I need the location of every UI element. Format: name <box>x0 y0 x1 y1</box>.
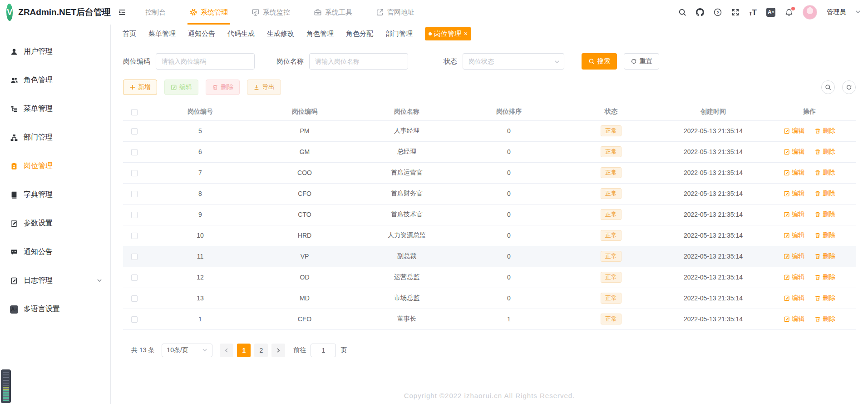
nav-item-console[interactable]: 控制台 <box>143 0 168 25</box>
sidebar-item-i18n[interactable]: Ax 多语言设置 <box>0 295 110 324</box>
row-checkbox[interactable] <box>131 295 138 302</box>
sidebar-item-users[interactable]: 用户管理 <box>0 37 110 66</box>
nav-system-tools-label: 系统工具 <box>325 8 352 17</box>
tab-post-manage[interactable]: 岗位管理 × <box>425 27 471 40</box>
nav-item-system-monitor[interactable]: 系统监控 <box>250 0 292 25</box>
row-edit-button[interactable]: 编辑 <box>784 148 804 156</box>
cell-created: 2022-05-13 21:35:14 <box>663 225 763 246</box>
row-edit-button[interactable]: 编辑 <box>784 273 804 281</box>
row-delete-button[interactable]: 删除 <box>814 190 835 198</box>
cell-post-sort: 1 <box>459 309 559 329</box>
tab-role-manage[interactable]: 角色管理 <box>306 30 334 38</box>
user-menu-chevron-icon[interactable] <box>855 8 861 16</box>
row-delete-button[interactable]: 删除 <box>814 148 835 156</box>
sidebar-item-logs[interactable]: 日志管理 <box>0 266 110 295</box>
tab-role-assign[interactable]: 角色分配 <box>346 30 373 38</box>
sidebar-item-parameters[interactable]: 参数设置 <box>0 209 110 238</box>
status-select[interactable] <box>463 53 564 70</box>
goto-page-input[interactable] <box>311 344 336 357</box>
toggle-search-button[interactable] <box>821 80 835 94</box>
status-select-input[interactable] <box>463 53 564 70</box>
row-checkbox[interactable] <box>131 274 138 281</box>
font-size-icon[interactable]: TT <box>749 9 757 16</box>
row-edit-button[interactable]: 编辑 <box>784 231 804 239</box>
table-row: 12 OD 运营总监 0 正常 2022-05-13 21:35:14 编辑 删… <box>123 267 856 288</box>
page-unit-label: 页 <box>340 346 347 354</box>
row-delete-button[interactable]: 删除 <box>814 294 835 302</box>
row-delete-button[interactable]: 删除 <box>814 210 835 219</box>
row-checkbox[interactable] <box>131 233 138 239</box>
sidebar-item-departments[interactable]: 部门管理 <box>0 123 110 152</box>
tab-notice[interactable]: 通知公告 <box>188 30 215 38</box>
sidebar-item-posts[interactable]: 岗位管理 <box>0 152 110 180</box>
user-avatar[interactable] <box>803 5 817 20</box>
sidebar-item-roles[interactable]: 角色管理 <box>0 66 110 95</box>
row-checkbox[interactable] <box>131 212 138 218</box>
cell-post-sort: 0 <box>459 204 559 225</box>
cell-post-sort: 0 <box>459 288 559 309</box>
status-badge: 正常 <box>601 167 621 178</box>
row-delete-button[interactable]: 删除 <box>814 169 835 177</box>
row-edit-button[interactable]: 编辑 <box>784 294 804 302</box>
row-checkbox[interactable] <box>131 191 138 197</box>
row-delete-button[interactable]: 删除 <box>814 273 835 281</box>
page-number-1[interactable]: 1 <box>237 344 251 357</box>
row-checkbox[interactable] <box>131 128 138 135</box>
sidebar-label: 岗位管理 <box>24 161 53 171</box>
export-button[interactable]: 导出 <box>247 80 281 95</box>
row-edit-button[interactable]: 编辑 <box>784 190 804 198</box>
language-icon[interactable]: Ax <box>766 8 775 17</box>
row-delete-button[interactable]: 删除 <box>814 252 835 260</box>
nav-item-website[interactable]: 官网地址 <box>374 0 416 25</box>
row-checkbox[interactable] <box>131 149 138 155</box>
dev-console-widget[interactable] <box>1 369 11 403</box>
cell-created: 2022-05-13 21:35:14 <box>663 162 763 183</box>
edit-button[interactable]: 编辑 <box>164 80 198 95</box>
row-edit-button[interactable]: 编辑 <box>784 252 804 260</box>
tab-menu-manage[interactable]: 菜单管理 <box>148 30 176 38</box>
tab-dept-manage[interactable]: 部门管理 <box>385 30 413 38</box>
search-icon[interactable] <box>678 8 686 16</box>
prev-page-button[interactable] <box>220 344 233 357</box>
row-delete-button[interactable]: 删除 <box>814 231 835 239</box>
status-badge: 正常 <box>601 314 621 324</box>
github-icon[interactable] <box>696 8 704 16</box>
row-edit-button[interactable]: 编辑 <box>784 210 804 219</box>
row-checkbox[interactable] <box>131 254 138 260</box>
row-delete-button[interactable]: 删除 <box>814 127 835 135</box>
nav-item-system-manage[interactable]: 系统管理 <box>187 0 230 25</box>
sidebar-item-dictionary[interactable]: 字典管理 <box>0 180 110 209</box>
row-checkbox[interactable] <box>131 316 138 323</box>
sidebar-collapse-icon[interactable] <box>118 8 126 16</box>
tab-home[interactable]: 首页 <box>123 30 136 38</box>
page-number-2[interactable]: 2 <box>254 344 268 357</box>
row-edit-button[interactable]: 编辑 <box>784 315 804 323</box>
tab-close-icon[interactable]: × <box>464 30 468 37</box>
help-icon[interactable]: ? <box>714 8 722 16</box>
refresh-table-button[interactable] <box>842 80 856 94</box>
row-delete-button[interactable]: 删除 <box>814 315 835 323</box>
row-edit-button[interactable]: 编辑 <box>784 169 804 177</box>
row-checkbox[interactable] <box>131 170 138 176</box>
post-code-input[interactable] <box>156 53 255 70</box>
notification-bell-icon[interactable] <box>785 8 793 16</box>
font-size-small-letter: T <box>749 11 752 16</box>
goto-label: 前往 <box>293 346 306 354</box>
page-size-select[interactable]: 10条/页 <box>162 344 212 357</box>
row-edit-button[interactable]: 编辑 <box>784 127 804 135</box>
sidebar-item-menus[interactable]: 菜单管理 <box>0 95 110 123</box>
nav-item-system-tools[interactable]: 系统工具 <box>312 0 354 25</box>
tab-gen-edit[interactable]: 生成修改 <box>267 30 294 38</box>
sidebar-label: 日志管理 <box>24 276 53 285</box>
sidebar-item-notices[interactable]: 通知公告 <box>0 238 110 266</box>
reset-button[interactable]: 重置 <box>624 53 659 70</box>
select-all-checkbox[interactable] <box>131 109 138 115</box>
user-name[interactable]: 管理员 <box>827 8 846 16</box>
tab-code-gen[interactable]: 代码生成 <box>227 30 255 38</box>
fullscreen-icon[interactable] <box>731 8 740 16</box>
post-name-input[interactable] <box>309 53 408 70</box>
add-button[interactable]: 新增 <box>123 80 157 95</box>
delete-button[interactable]: 删除 <box>206 80 240 95</box>
search-button[interactable]: 搜索 <box>582 53 617 70</box>
next-page-button[interactable] <box>271 344 285 357</box>
